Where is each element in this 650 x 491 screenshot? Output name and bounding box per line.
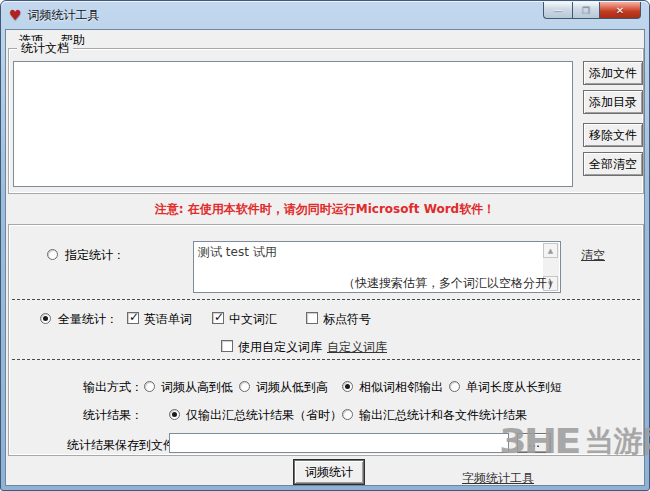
- separator-2: [12, 359, 640, 360]
- warning-text: 注意: 在使用本软件时，请勿同时运行Microsoft Word软件！: [6, 201, 644, 218]
- window-title: 词频统计工具: [28, 7, 100, 24]
- browse-button[interactable]: …: [517, 433, 551, 453]
- app-window: ♥ 词频统计工具 — ❐ ✕ 选项 帮助 统计文档 添加文件 添加目录 移除文件…: [0, 0, 650, 491]
- punctuation-checkbox[interactable]: [306, 312, 318, 324]
- freq-low-to-high-label: 词频从低到高: [256, 379, 328, 396]
- similar-adjacent-radio[interactable]: [342, 381, 353, 392]
- length-long-to-short-radio[interactable]: [449, 381, 460, 392]
- specify-statistics-radio[interactable]: [47, 249, 58, 260]
- freq-high-to-low-radio[interactable]: [144, 381, 155, 392]
- maximize-button: ❐: [572, 2, 599, 19]
- close-button[interactable]: ✕: [599, 2, 641, 19]
- quick-search-hint: （快速搜索估算，多个词汇以空格分开）: [343, 275, 559, 292]
- summary-only-radio[interactable]: [169, 409, 180, 420]
- summary-only-label: 仅输出汇总统计结果（省时）: [186, 407, 342, 424]
- similar-adjacent-label: 相似词相邻输出: [359, 379, 443, 396]
- remove-file-button[interactable]: 移除文件: [583, 123, 643, 147]
- separator-1: [12, 299, 640, 300]
- add-directory-button[interactable]: 添加目录: [583, 90, 643, 114]
- settings-panel: 指定统计： 测试 test 试用 ▲ ▼ 清空 （快速搜索估算，多个词汇以空格分…: [8, 224, 644, 456]
- custom-lexicon-link[interactable]: 自定义词库: [327, 339, 387, 356]
- client-area: 选项 帮助 统计文档 添加文件 添加目录 移除文件 全部清空 注意: 在使用本软…: [5, 29, 645, 486]
- summary-and-files-label: 输出汇总统计和各文件统计结果: [359, 407, 527, 424]
- freq-low-to-high-radio[interactable]: [239, 381, 250, 392]
- result-mode-label: 统计结果：: [83, 407, 143, 424]
- english-words-checkbox[interactable]: [127, 312, 139, 324]
- save-path-input[interactable]: [169, 433, 509, 453]
- add-file-button[interactable]: 添加文件: [583, 61, 643, 85]
- run-statistics-button[interactable]: 词频统计: [294, 460, 364, 484]
- menubar: 选项 帮助: [6, 30, 644, 50]
- length-long-to-short-label: 单词长度从长到短: [466, 379, 562, 396]
- document-list[interactable]: [13, 61, 573, 187]
- chinese-words-label: 中文词汇: [229, 311, 277, 328]
- summary-and-files-radio[interactable]: [342, 409, 353, 420]
- full-statistics-label: 全量统计：: [58, 311, 118, 328]
- specify-statistics-label: 指定统计：: [65, 247, 125, 264]
- clear-all-button[interactable]: 全部清空: [583, 152, 643, 176]
- maximize-icon: ❐: [582, 5, 590, 15]
- freq-high-to-low-label: 词频从高到低: [161, 379, 233, 396]
- documents-groupbox-label: 统计文档: [17, 41, 73, 55]
- minimize-button[interactable]: —: [543, 2, 572, 19]
- close-icon: ✕: [616, 5, 624, 16]
- english-words-label: 英语单词: [144, 311, 192, 328]
- output-mode-label: 输出方式：: [83, 379, 143, 396]
- minimize-icon: —: [554, 5, 563, 15]
- punctuation-label: 标点符号: [323, 311, 371, 328]
- app-icon: ♥: [9, 7, 22, 23]
- window-controls: — ❐ ✕: [543, 2, 641, 19]
- use-custom-lexicon-checkbox[interactable]: [221, 340, 233, 352]
- documents-groupbox: 统计文档 添加文件 添加目录 移除文件 全部清空: [8, 48, 644, 194]
- chinese-words-checkbox[interactable]: [212, 312, 224, 324]
- specify-words-value: 测试 test 试用: [198, 245, 277, 259]
- scroll-up-icon[interactable]: ▲: [543, 243, 558, 258]
- use-custom-lexicon-label: 使用自定义词库: [238, 339, 322, 356]
- full-statistics-radio[interactable]: [40, 313, 51, 324]
- clear-words-link[interactable]: 清空: [581, 247, 605, 264]
- char-frequency-tool-link[interactable]: 字频统计工具: [462, 470, 534, 487]
